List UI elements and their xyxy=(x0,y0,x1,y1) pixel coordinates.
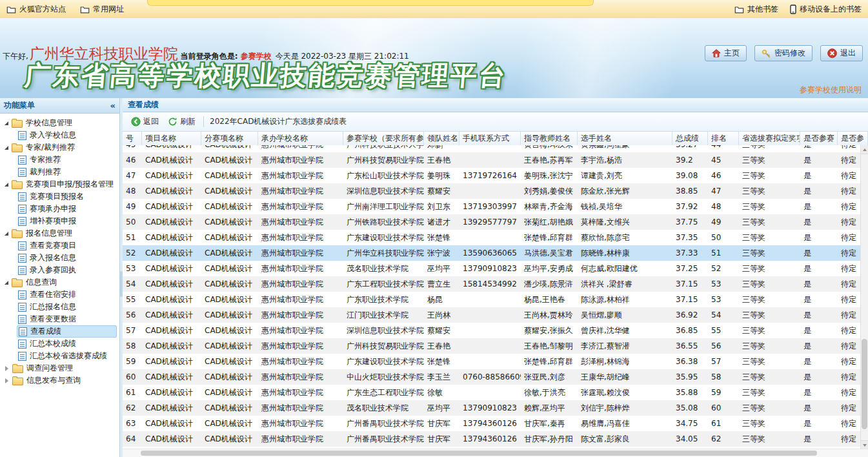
tree-leaf[interactable]: 专家推荐 xyxy=(17,154,119,166)
tree-expanded-icon[interactable] xyxy=(5,232,8,236)
vertical-scrollbar[interactable] xyxy=(860,145,868,449)
column-header[interactable]: 选手姓名 xyxy=(578,132,672,146)
logout-button[interactable]: 退出 xyxy=(820,45,863,61)
table-row[interactable]: 61CAD机械设计CAD机械设计惠州城市职业学院广东生态工程职业学院徐敏徐敏,于… xyxy=(123,385,868,400)
column-header[interactable]: 手机联系方式 xyxy=(459,132,521,146)
table-row[interactable]: 53CAD机械设计CAD机械设计惠州城市职业学院茂名职业技术学院巫均平13790… xyxy=(123,261,868,276)
bookmark-folder-other[interactable]: 其他书签 xyxy=(734,4,778,15)
table-row[interactable]: 50CAD机械设计CAD机械设计惠州城市职业学院广州铁路职业技术学院诸进才139… xyxy=(123,214,868,230)
tree-collapsed-icon[interactable] xyxy=(5,366,8,371)
school-manual-link[interactable]: 参赛学校使用说明 xyxy=(800,85,862,96)
table-row[interactable]: 51CAD机械设计CAD机械设计惠州城市职业学院广东建设职业技术学院张楚锋张楚锋… xyxy=(123,230,868,245)
tree-leaf[interactable]: 增补赛项申报 xyxy=(17,215,119,227)
scroll-up-button[interactable] xyxy=(861,145,868,154)
tree-leaf[interactable]: 录入学校信息 xyxy=(17,129,119,141)
change-password-button[interactable]: 密码修改 xyxy=(754,45,812,61)
table-row[interactable]: 48CAD机械设计CAD机械设计惠州城市职业学院深圳信息职业技术学院蔡耀安刘秀娟… xyxy=(123,183,868,199)
column-header[interactable]: 分赛项名称 xyxy=(201,132,258,146)
table-row[interactable]: 49CAD机械设计CAD机械设计惠州城市职业学院广州南洋理工职业学院刘卫东137… xyxy=(123,199,868,214)
table-row[interactable]: 46CAD机械设计CAD机械设计惠州城市职业学院广州科技贸易职业学院王春艳王春艳… xyxy=(123,152,868,168)
table-cell: CAD机械设计 xyxy=(201,261,258,276)
column-header[interactable]: 号 xyxy=(123,132,142,146)
tree-folder[interactable]: 信息发布与查询 xyxy=(0,374,119,387)
table-cell: 张楚锋,邱育群 xyxy=(521,354,578,369)
horizontal-scroll-thumb[interactable] xyxy=(141,451,817,456)
table-row[interactable]: 47CAD机械设计CAD机械设计惠州城市职业学院广东松山职业技术学院姜明珠137… xyxy=(123,168,868,183)
table-cell: 53 xyxy=(708,276,739,292)
tree-leaf[interactable]: 裁判推荐 xyxy=(17,166,119,178)
column-header[interactable]: 总成绩 xyxy=(672,132,708,146)
tree-expanded-icon[interactable] xyxy=(5,146,8,150)
table-cell: 吴恒熠,廖顺 xyxy=(578,307,672,323)
vertical-scroll-thumb[interactable] xyxy=(862,339,867,429)
column-header[interactable]: 指导教师姓名 xyxy=(521,132,578,146)
table-row[interactable]: 59CAD机械设计CAD机械设计惠州城市职业学院广东建设职业技术学院张楚锋张楚锋… xyxy=(123,354,868,369)
table-row[interactable]: 56CAD机械设计CAD机械设计惠州城市职业学院江门职业技术学院王尚林王尚林,贾… xyxy=(123,307,868,323)
back-button[interactable]: 返回 xyxy=(126,114,163,129)
column-header[interactable]: 是否参赛 xyxy=(800,132,838,146)
tree-leaf[interactable]: 查看竞赛项目 xyxy=(17,239,119,252)
table-row[interactable]: 58CAD机械设计CAD机械设计惠州城市职业学院广州科技贸易职业学院王春艳王春艳… xyxy=(123,338,868,354)
tree-folder[interactable]: 调查问卷管理 xyxy=(0,362,119,374)
app-header: 下午好, 广州华立科技职业学院 当前登录角色是: 参赛学校 今天是 2022-0… xyxy=(0,18,868,99)
table-row[interactable]: 57CAD机械设计CAD机械设计惠州城市职业学院深圳信息职业技术学院蔡耀安蔡耀安… xyxy=(123,323,868,338)
tree-leaf[interactable]: 汇总本校省选拔赛成绩 xyxy=(17,350,119,362)
document-icon xyxy=(18,131,26,140)
tree-folder[interactable]: 报名信息管理 xyxy=(0,227,119,239)
tree-leaf[interactable]: 查看成绩 xyxy=(17,325,117,338)
tree-folder[interactable]: 竞赛项目申报/预报名管理 xyxy=(0,178,119,190)
refresh-button[interactable]: 刷新 xyxy=(163,114,200,129)
table-cell: 黄崇鑫,周笙豪 xyxy=(578,145,672,152)
table-row[interactable]: 62CAD机械设计CAD机械设计惠州城市职业学院茂名职业技术学院巫均平13790… xyxy=(123,400,868,416)
tree-expanded-icon[interactable] xyxy=(5,183,8,187)
tree-leaf[interactable]: 录入报名信息 xyxy=(17,252,119,264)
table-cell: 惠州城市职业学院 xyxy=(258,261,343,276)
tree-leaf[interactable]: 竞赛项目预报名 xyxy=(17,190,119,203)
table-cell: CAD机械设计 xyxy=(201,431,258,447)
tree-leaf-label: 汇总报名信息 xyxy=(30,301,76,312)
bookmark-label: 移动设备上的书签 xyxy=(800,4,862,15)
table-cell: 15814534992 xyxy=(459,276,521,292)
table-cell xyxy=(459,323,521,338)
home-button[interactable]: 主页 xyxy=(705,45,747,61)
table-cell: 59 xyxy=(708,385,739,400)
table-row[interactable]: 55CAD机械设计CAD机械设计惠州城市职业学院广东职业技术学院杨昆杨昆,王艳春… xyxy=(123,292,868,307)
column-header[interactable]: 排名 xyxy=(708,132,739,146)
tree-leaf[interactable]: 录入参赛回执 xyxy=(17,264,119,276)
table-row[interactable]: 60CAD机械设计CAD机械设计惠州城市职业学院中山火炬职业技术学院李玉兰076… xyxy=(123,369,868,385)
tree-leaf[interactable]: 汇总本校成绩 xyxy=(17,338,119,350)
tree-folder[interactable]: 信息查询 xyxy=(0,276,119,289)
bookmark-mobile[interactable]: 移动设备上的书签 xyxy=(790,4,862,15)
table-cell: 三等奖 xyxy=(739,245,800,261)
tree-expanded-icon[interactable] xyxy=(5,121,8,125)
tree-folder[interactable]: 学校信息管理 xyxy=(0,117,119,129)
table-row[interactable]: 54CAD机械设计CAD机械设计惠州城市职业学院广东工程职业技术学院曹立生158… xyxy=(123,276,868,292)
horizontal-scrollbar[interactable] xyxy=(123,449,868,457)
scroll-down-button[interactable] xyxy=(861,440,868,449)
column-header[interactable]: 领队姓名 xyxy=(424,132,459,146)
tree-leaf[interactable]: 查看住宿安排 xyxy=(17,289,119,301)
document-icon xyxy=(18,315,26,324)
column-header[interactable]: 省选拔赛拟定奖项 xyxy=(739,132,800,146)
sidebar-collapse-button[interactable]: « xyxy=(110,98,116,113)
tree-collapsed-icon[interactable] xyxy=(5,378,8,383)
bookmark-folder-common[interactable]: 常用网址 xyxy=(80,4,124,15)
table-cell: 赖辉,巫均平 xyxy=(521,400,578,416)
tree-leaf[interactable]: 查看变更数据 xyxy=(17,313,119,325)
bookmark-folder-firefox[interactable]: 火狐官方站点 xyxy=(6,4,66,15)
column-header[interactable]: 参赛学校（要求所有参赛学 xyxy=(343,132,424,146)
table-cell: 35.08 xyxy=(672,400,708,416)
table-cell: 徐敏 xyxy=(424,385,459,400)
table-row[interactable]: 45CAD机械设计CAD机械设计惠州城市职业学院广州科技职业技术大学郑鹏黄言梅,… xyxy=(123,145,868,152)
tree-folder[interactable]: 专家/裁判推荐 xyxy=(0,141,119,154)
table-row[interactable]: 52CAD机械设计CAD机械设计惠州城市职业学院广州华立科技职业学院张宁波135… xyxy=(123,245,868,261)
column-header[interactable]: 承办学校名称 xyxy=(258,132,343,146)
table-row[interactable]: 63CAD机械设计CAD机械设计惠州城市职业学院广州番禺职业技术学院甘庆军137… xyxy=(123,416,868,431)
tree-leaf[interactable]: 汇总报名信息 xyxy=(17,301,119,313)
column-header[interactable]: 是否参 xyxy=(838,132,868,146)
table-row[interactable]: 64CAD机械设计CAD机械设计惠州城市职业学院广州番禺职业技术学院甘庆军137… xyxy=(123,431,868,447)
tree-expanded-icon[interactable] xyxy=(5,281,8,285)
tree-leaf[interactable]: 赛项承办申报 xyxy=(17,203,119,215)
column-header[interactable]: 项目名称 xyxy=(142,132,201,146)
table-cell: 马洪德,吴宝君 xyxy=(521,245,578,261)
